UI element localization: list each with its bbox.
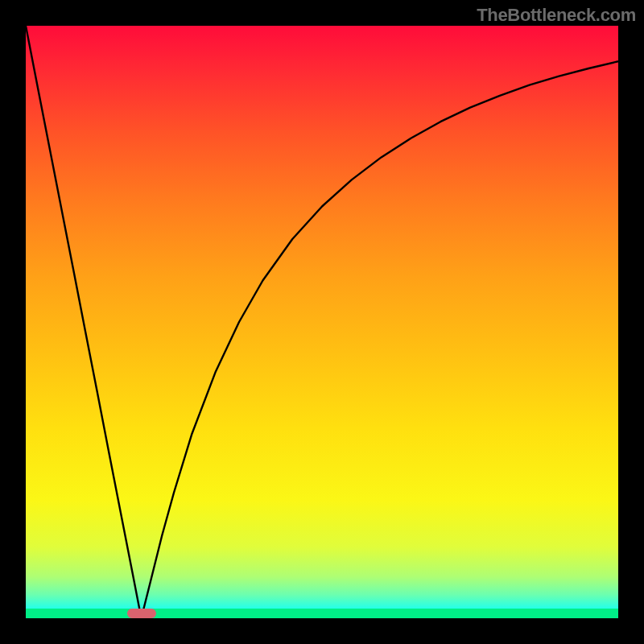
optimum-marker	[126, 609, 155, 618]
chart-frame: TheBottleneck.com	[0, 0, 644, 644]
bottleneck-curve	[26, 26, 618, 618]
watermark-text: TheBottleneck.com	[477, 5, 636, 26]
plot-area	[26, 26, 618, 618]
baseline-strip	[26, 609, 618, 618]
curve-svg	[26, 26, 618, 618]
